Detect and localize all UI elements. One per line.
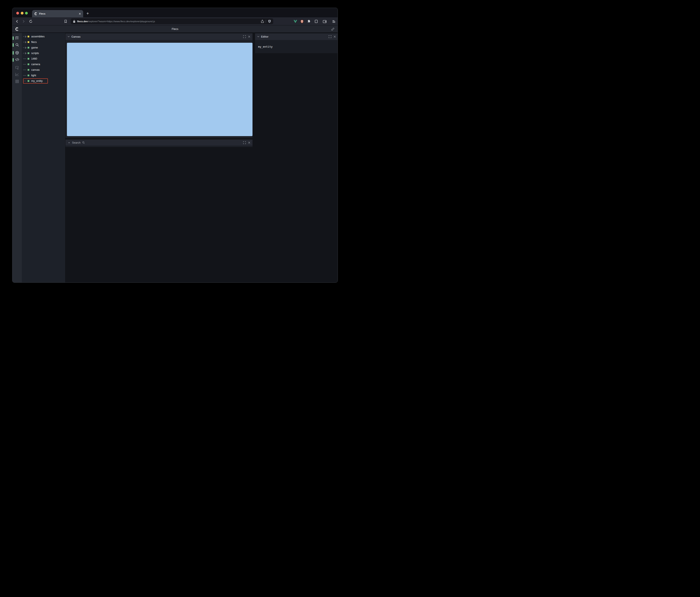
browser-tab[interactable]: Flecs — [32, 10, 83, 17]
tree-item-camera[interactable]: camera — [22, 61, 65, 67]
collapse-chevron-icon[interactable] — [68, 36, 70, 37]
search-panel-header[interactable]: Search — [66, 139, 252, 146]
app-content: assemblies flecs game scripts — [12, 33, 338, 283]
app-header: Flecs — [12, 25, 338, 33]
search-tool-icon[interactable] — [15, 43, 19, 47]
expand-chevron-icon[interactable] — [25, 47, 26, 49]
tree-item-assemblies[interactable]: assemblies — [22, 34, 65, 39]
app-title: Flecs — [12, 27, 338, 30]
traffic-minimize-button[interactable] — [21, 12, 24, 15]
active-indicator — [12, 58, 14, 62]
entity-kind-swatch — [28, 69, 29, 71]
entities-cube-icon[interactable] — [15, 51, 19, 55]
close-panel-icon[interactable] — [248, 35, 250, 38]
expand-chevron-icon[interactable] — [25, 35, 26, 38]
main-area: Canvas Search — [65, 33, 338, 283]
search-panel-title: Search — [72, 141, 81, 144]
render-canvas[interactable] — [67, 43, 252, 136]
tab-favicon-flecs-logo-icon — [34, 12, 38, 16]
tree-item-light[interactable]: light — [22, 73, 65, 78]
entity-kind-swatch — [28, 75, 29, 76]
tree-item-flecs[interactable]: flecs — [22, 39, 65, 45]
vue-devtools-icon[interactable] — [293, 17, 297, 25]
shield-extension-icon[interactable] — [300, 17, 304, 25]
traffic-zoom-button[interactable] — [25, 12, 28, 15]
close-panel-icon[interactable] — [333, 35, 336, 38]
url-path: /explorer/?wasm=https://www.flecs.dev/ex… — [88, 20, 155, 23]
browser-toolbar: flecs.dev/explorer/?wasm=https://www.fle… — [12, 17, 338, 25]
editor-code-text: my_entity — [258, 45, 273, 48]
lock-icon — [73, 20, 75, 23]
fullscreen-icon[interactable] — [243, 141, 246, 144]
search-panel-body — [66, 146, 252, 147]
address-bar[interactable]: flecs.dev/explorer/?wasm=https://www.fle… — [71, 18, 273, 24]
memory-icon[interactable] — [15, 79, 19, 83]
link-icon[interactable] — [331, 27, 334, 31]
fullscreen-icon[interactable] — [243, 35, 246, 38]
tree-item-my-entity[interactable]: my_entity — [22, 78, 65, 84]
tree-item-canvas[interactable]: canvas — [22, 67, 65, 73]
bookmark-icon[interactable] — [64, 17, 68, 25]
fullscreen-icon[interactable] — [329, 35, 331, 38]
tab-close-icon[interactable] — [79, 12, 81, 15]
back-icon[interactable] — [15, 17, 19, 25]
reload-icon[interactable] — [29, 17, 33, 25]
entity-kind-swatch — [28, 80, 29, 82]
entity-tree-panel: assemblies flecs game scripts — [22, 33, 65, 283]
hierarchy-icon[interactable] — [15, 36, 19, 40]
browser-window: Flecs + flecs.dev/explorer/?wasm=https:/… — [12, 8, 338, 283]
collapse-chevron-icon[interactable] — [257, 36, 259, 37]
tree-item-scripts[interactable]: scripts — [22, 50, 65, 56]
inspect-icon[interactable] — [15, 66, 19, 70]
entity-kind-swatch — [28, 36, 29, 37]
traffic-close-button[interactable] — [16, 12, 19, 15]
expand-chevron-icon[interactable] — [25, 52, 26, 54]
editor-code-area[interactable]: my_entity — [255, 40, 338, 53]
tab-title: Flecs — [39, 12, 79, 15]
magnifier-icon — [82, 141, 85, 144]
url-domain: flecs.dev — [77, 20, 88, 23]
entity-kind-swatch — [28, 52, 29, 54]
sidebar-icon[interactable] — [314, 17, 318, 25]
canvas-panel-body — [66, 40, 252, 138]
expand-chevron-icon[interactable] — [25, 41, 26, 43]
active-indicator — [12, 36, 14, 40]
close-panel-icon[interactable] — [248, 141, 250, 144]
canvas-panel-title: Canvas — [71, 35, 81, 38]
tool-sidebar — [12, 33, 22, 283]
entity-kind-swatch — [28, 58, 29, 60]
extensions-puzzle-icon[interactable] — [307, 17, 311, 25]
entity-kind-swatch — [28, 63, 29, 65]
wallet-icon[interactable] — [322, 17, 327, 25]
share-icon[interactable] — [261, 20, 264, 23]
url-text: flecs.dev/explorer/?wasm=https://www.fle… — [77, 20, 261, 23]
code-icon[interactable] — [15, 58, 19, 62]
editor-panel-header[interactable]: Editor — [255, 33, 338, 40]
collapsed-dot-icon[interactable] — [69, 142, 70, 143]
editor-panel-title: Editor — [261, 35, 269, 38]
entity-kind-swatch — [28, 41, 29, 43]
stats-chart-icon[interactable] — [15, 73, 19, 76]
entity-kind-swatch — [28, 47, 29, 49]
active-indicator — [12, 43, 14, 47]
new-tab-button[interactable]: + — [85, 10, 91, 17]
menu-icon[interactable] — [332, 17, 336, 25]
forward-icon[interactable] — [21, 17, 26, 25]
tree-item-1460[interactable]: 1460 — [22, 56, 65, 61]
brave-lion-icon[interactable] — [268, 20, 271, 23]
tab-bar: Flecs + — [12, 8, 338, 17]
active-indicator — [12, 51, 14, 55]
tree-item-game[interactable]: game — [22, 45, 65, 50]
canvas-panel-header[interactable]: Canvas — [66, 33, 252, 40]
